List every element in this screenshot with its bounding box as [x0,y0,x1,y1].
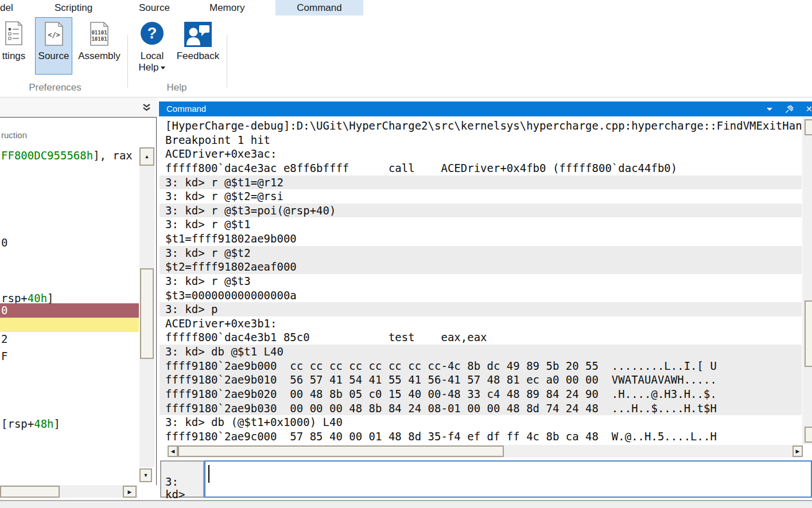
disassembly-text-segment: [rsp+ [1,417,34,430]
disassembly-vscroll-thumb[interactable] [140,268,154,359]
source-code-icon: </> [44,22,64,46]
command-output-line: Breakpoint 1 hit [160,133,802,147]
command-output-line: fffff800`dac4e3ac e8ff6bffff call ACEDri… [160,161,802,175]
command-hscroll-thumb[interactable] [178,446,504,457]
command-output-line: ffff9180`2ae9b010 56 57 41 54 41 55 41 5… [160,373,802,387]
local-help-label-line2: Help [133,62,172,73]
titlebar-dropdown-icon[interactable] [767,101,772,116]
disassembly-text-segment: FF800DC955568h [1,149,93,162]
command-output-line: 3: kd> r @$t3=poi(@rsp+40) [160,204,802,218]
status-strip [0,500,812,508]
command-output-line: 3: kd> db @$t1 L40 [160,345,802,359]
disassembly-text-segment: ] [54,417,60,430]
disassembly-toolbar-strip [0,97,158,117]
svg-text:01101: 01101 [91,30,107,36]
disassembly-row: F [0,349,139,364]
ribbon-tab-del[interactable]: del [0,0,13,15]
disassembly-row: FF800DC955568h], rax [0,149,139,163]
disassembly-text-segment: rsp+ [1,292,28,304]
command-output-line: 3: kd> r @$t1 [160,217,802,232]
command-output-line: ACEDriver+0xe3ac: [160,147,802,161]
disassembly-text-segment: 40h [28,292,47,304]
command-output-line: 3: kd> r @$t3 [160,274,802,288]
command-output-line: $t1=ffff91802ae9b000 [160,232,802,246]
source-button-label: Source [36,50,72,62]
command-scroll-up-button[interactable] [805,119,812,135]
command-output-area: [HyperCharge-debug]:D:\UGit\HyperCharge2… [160,116,802,445]
command-scroll-down-button[interactable] [805,427,812,443]
command-output-line: 3: kd> db (@$t1+0x1000) L40 [160,415,802,429]
right-arrow-icon: ▶ [796,448,800,454]
help-question-icon: ? [140,21,164,45]
command-input-row: 3: kd> [160,460,812,498]
local-help-label-line1: Local [133,50,172,62]
assembly-binary-icon: 01101 10101 [89,22,110,46]
disassembly-pane: ruction FF800DC955568h], rax0rsp+40h]02F… [0,117,157,485]
command-output-line: ffff9180`2ae9b020 00 48 8b 05 c0 15 40 0… [160,387,802,401]
command-vscroll-track[interactable] [802,117,812,444]
ribbon-tab-memory[interactable]: Memory [209,0,244,15]
assembly-button-label: Assembly [73,50,126,62]
command-output-line: ffff9180`2ae9b030 00 00 00 48 8b 84 24 0… [160,401,802,416]
disassembly-scroll-down-button[interactable]: ▼ [139,468,152,482]
command-output-line: [HyperCharge-debug]:D:\UGit\HyperCharge2… [160,119,802,133]
command-output-line: 3: kd> r @$t2 [160,246,802,260]
feedback-person-icon [184,21,212,48]
text-caret [208,465,209,483]
command-vscroll-thumb[interactable] [805,300,812,367]
disassembly-row-current-line [0,318,139,332]
disassembly-text-segment: 48h [34,417,53,430]
disassembly-text-segment: 0 [1,304,7,316]
settings-button[interactable]: ttings [0,18,36,73]
command-output-line: fffff800`dac4e3b1 85c0 test eax,eax [160,330,802,345]
disassembly-row: [rsp+48h] [0,417,139,431]
command-scroll-right-button[interactable]: ▶ [792,446,803,457]
source-icon-glyph: </> [48,31,60,39]
command-output-line: 3: kd> p [160,302,802,316]
command-prompt-label: 3: kd> [160,460,204,498]
command-output-line: ffff9180`2ae9b000 cc cc cc cc cc cc cc c… [160,359,802,373]
right-arrow-icon: ▶ [128,489,132,495]
feedback-button[interactable]: Feedback [172,18,224,73]
local-help-button[interactable]: ? Local Help [133,18,172,85]
ribbon: ttings </> Source 01101 10101 Assembly [0,15,812,97]
disassembly-hscroll-thumb[interactable] [0,486,60,498]
command-output-line: $t3=000000000000000a [160,288,802,303]
source-button-selected[interactable]: </> Source [35,17,72,75]
settings-list-icon [5,21,23,45]
disassembly-text-segment: F [1,350,7,362]
feedback-button-label: Feedback [172,50,224,62]
collapse-pane-icon[interactable] [142,103,151,111]
ribbon-tab-command[interactable]: Command [275,0,363,15]
command-window-titlebar: Command ✕ [159,101,812,116]
command-scroll-left-button[interactable]: ◀ [168,446,178,457]
disassembly-text-segment: ] [47,292,53,304]
disassembly-text-segment: 0 [1,236,7,249]
local-help-dropdown-arrow [161,67,165,69]
left-arrow-icon: ◀ [171,448,175,454]
disassembly-column-header: ruction [1,130,27,140]
command-input-box[interactable] [204,460,812,498]
svg-text:10101: 10101 [91,36,107,42]
disassembly-row: 2 [0,332,139,346]
up-arrow-icon: ▲ [145,154,150,159]
disassembly-scroll-right-button[interactable]: ▶ [123,486,137,498]
titlebar-close-icon[interactable]: ✕ [806,101,812,116]
settings-button-label: ttings [0,50,36,62]
ribbon-tab-source[interactable]: Source [139,0,170,15]
titlebar-pin-icon[interactable] [784,101,794,116]
down-arrow-icon: ▼ [143,472,149,478]
command-output-line: ffff9180`2ae9c000 57 85 40 00 01 48 8d 3… [160,429,802,444]
ribbon-separator [127,35,128,88]
disassembly-row-breakpoint-current: 0 [0,303,139,318]
ribbon-separator [227,35,227,88]
command-output-line: 3: kd> r @$t2=@rsi [160,189,802,204]
ribbon-tab-scripting[interactable]: Scripting [55,0,92,15]
disassembly-scroll-up-button[interactable]: ▲ [139,147,154,166]
command-input[interactable] [210,464,798,495]
command-output-line: ACEDriver+0xe3b1: [160,316,802,331]
assembly-button[interactable]: 01101 10101 Assembly [73,18,126,73]
ribbon-group-preferences: Preferences [9,82,101,93]
command-output-line: $t2=ffff91802aeaf000 [160,260,802,274]
command-output-line: 3: kd> r @$t1=@r12 [160,175,802,190]
